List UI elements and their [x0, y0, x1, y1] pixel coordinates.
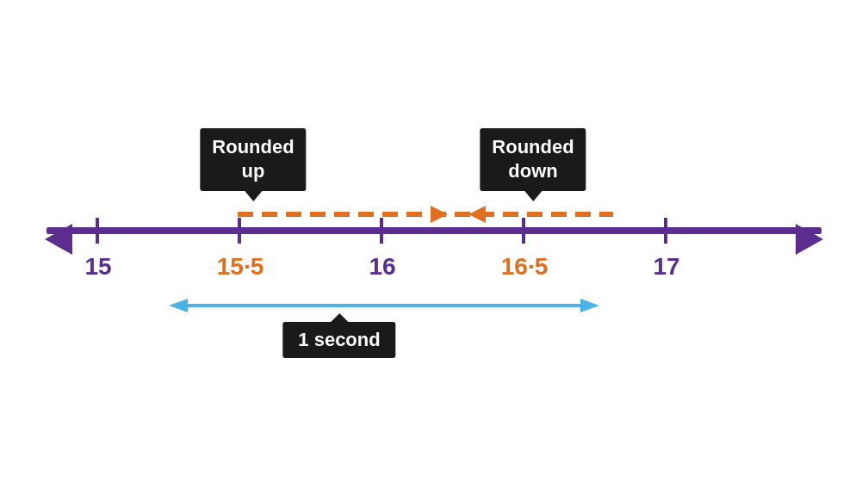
tick-16-5	[522, 218, 525, 244]
number-line-arrow-left	[45, 224, 72, 255]
blue-arrow-left	[169, 299, 188, 312]
label-16-5: 16·5	[501, 253, 549, 281]
dashed-line	[238, 212, 613, 217]
label-17: 17	[653, 253, 679, 281]
dashed-arrow-left	[468, 206, 486, 223]
label-15-5: 15·5	[217, 253, 264, 281]
tick-17	[664, 218, 667, 244]
rounded-up-label: Roundedup	[200, 128, 306, 191]
blue-line	[186, 304, 582, 307]
blue-arrow-container	[169, 292, 599, 318]
tick-15	[96, 218, 99, 244]
label-16: 16	[369, 253, 395, 281]
one-second-label: 1 second	[282, 322, 395, 358]
tick-16	[380, 218, 383, 244]
blue-arrow-right	[580, 299, 599, 312]
tick-15-5	[238, 218, 241, 244]
rounded-down-label: Roundeddown	[480, 128, 586, 191]
main-container: 15 15·5 16 16·5 17 Roundedup Roundeddown…	[0, 0, 868, 488]
label-15: 15	[84, 253, 111, 281]
number-line	[46, 227, 822, 234]
number-line-arrow-right	[796, 224, 823, 255]
dashed-arrow-right	[431, 206, 448, 223]
diagram: 15 15·5 16 16·5 17 Roundedup Roundeddown…	[46, 72, 822, 417]
